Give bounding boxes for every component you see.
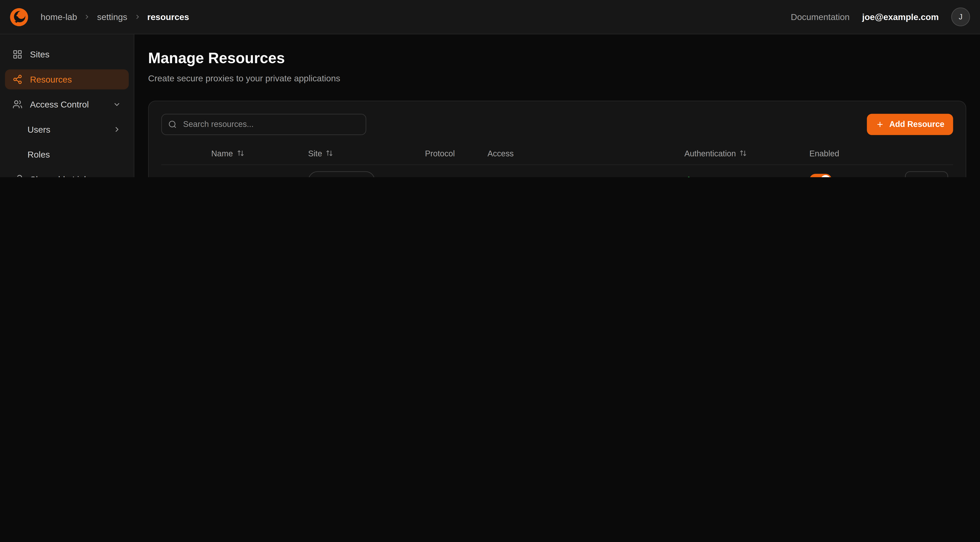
sidebar-item-access-control[interactable]: Access Control (5, 94, 129, 115)
column-protocol-label: Protocol (425, 148, 455, 158)
plus-icon (876, 120, 885, 129)
app-logo[interactable] (10, 8, 28, 26)
topbar: home-lab settings resources Documentatio… (0, 0, 980, 34)
app-window: home-lab settings resources Documentatio… (0, 0, 980, 177)
sidebar: Sites Resources Access Control Users (0, 34, 134, 177)
chevron-right-icon (134, 13, 141, 21)
sidebar-item-roles[interactable]: Roles (5, 145, 129, 164)
chevron-down-icon (113, 100, 121, 109)
sidebar-item-label: Sites (30, 49, 49, 59)
sort-icon (237, 150, 244, 157)
sidebar-item-label: Resources (30, 74, 72, 84)
add-resource-label: Add Resource (889, 120, 945, 129)
column-enabled: Enabled (804, 142, 890, 165)
breadcrumb-resources: resources (147, 12, 189, 22)
user-email: joe@example.com (862, 12, 939, 22)
column-actions (890, 142, 953, 165)
table-header-row: Name Site Protocol Access Authentication… (161, 142, 953, 165)
link-icon (13, 175, 22, 177)
enabled-toggle[interactable] (810, 174, 832, 177)
share-nodes-icon (13, 74, 22, 84)
column-authentication-label: Authentication (684, 148, 736, 158)
chevron-right-icon (83, 13, 91, 21)
sidebar-item-label: Shareable Links (30, 175, 93, 177)
breadcrumb-home-lab[interactable]: home-lab (41, 12, 77, 22)
column-name-label: Name (211, 148, 233, 158)
copy-icon (595, 177, 603, 177)
edit-button[interactable]: Edit (905, 172, 948, 177)
main-content: Manage Resources Create secure proxies t… (134, 34, 980, 177)
grid-icon (13, 49, 22, 59)
column-menu (161, 142, 206, 165)
edit-label: Edit (913, 176, 927, 177)
column-protocol: Protocol (420, 142, 482, 165)
search-box (161, 114, 366, 135)
arrow-right-icon (932, 177, 940, 177)
sidebar-nav: Sites Resources Access Control Users (5, 45, 129, 177)
chevron-right-icon (113, 125, 121, 134)
shield-check-icon (684, 177, 693, 177)
column-enabled-label: Enabled (810, 148, 839, 158)
sort-icon (740, 150, 747, 157)
resources-table: Name Site Protocol Access Authentication… (161, 142, 953, 177)
breadcrumb: home-lab settings resources (41, 12, 189, 22)
toggle-knob (821, 175, 830, 177)
sort-icon (326, 150, 333, 157)
auth-status: Protected (684, 176, 799, 177)
search-icon (168, 120, 177, 129)
topbar-right: Documentation joe@example.com J (791, 8, 970, 26)
sidebar-item-shareable-links[interactable]: Shareable Links (5, 169, 129, 177)
resource-name: Immich (206, 165, 303, 177)
users-icon (13, 99, 22, 109)
site-link-button[interactable]: Home Lab (308, 172, 375, 177)
avatar[interactable]: J (951, 8, 970, 26)
search-input[interactable] (182, 119, 360, 129)
breadcrumb-settings[interactable]: settings (97, 12, 127, 22)
resource-protocol: TCP (420, 165, 482, 177)
column-access-label: Access (487, 148, 514, 158)
column-name[interactable]: Name (206, 142, 303, 165)
column-authentication[interactable]: Authentication (679, 142, 804, 165)
toolbar: Add Resource (161, 114, 953, 135)
resources-card: Add Resource Name Site Protocol (148, 100, 966, 177)
sidebar-item-label: Roles (27, 150, 50, 159)
copy-button[interactable] (595, 177, 603, 177)
auth-status-label: Protected (697, 176, 732, 177)
resource-access-url: https://immich.example.com (487, 176, 588, 177)
sidebar-item-label: Users (27, 124, 51, 134)
page-subtitle: Create secure proxies to your private ap… (148, 73, 966, 83)
documentation-link[interactable]: Documentation (791, 12, 850, 22)
sidebar-item-users[interactable]: Users (5, 120, 129, 139)
table-row: ⋯ Immich Home Lab TCP https://immich.exa… (161, 165, 953, 177)
sidebar-item-sites[interactable]: Sites (5, 45, 129, 64)
sidebar-item-label: Access Control (30, 99, 89, 109)
site-label: Home Lab (317, 176, 355, 177)
shell: Sites Resources Access Control Users (0, 34, 980, 177)
page-title: Manage Resources (148, 49, 966, 67)
row-menu-button[interactable]: ⋯ (166, 175, 179, 177)
column-site-label: Site (308, 148, 322, 158)
column-access: Access (482, 142, 679, 165)
column-site[interactable]: Site (303, 142, 420, 165)
add-resource-button[interactable]: Add Resource (867, 114, 953, 135)
sidebar-item-resources[interactable]: Resources (5, 70, 129, 89)
